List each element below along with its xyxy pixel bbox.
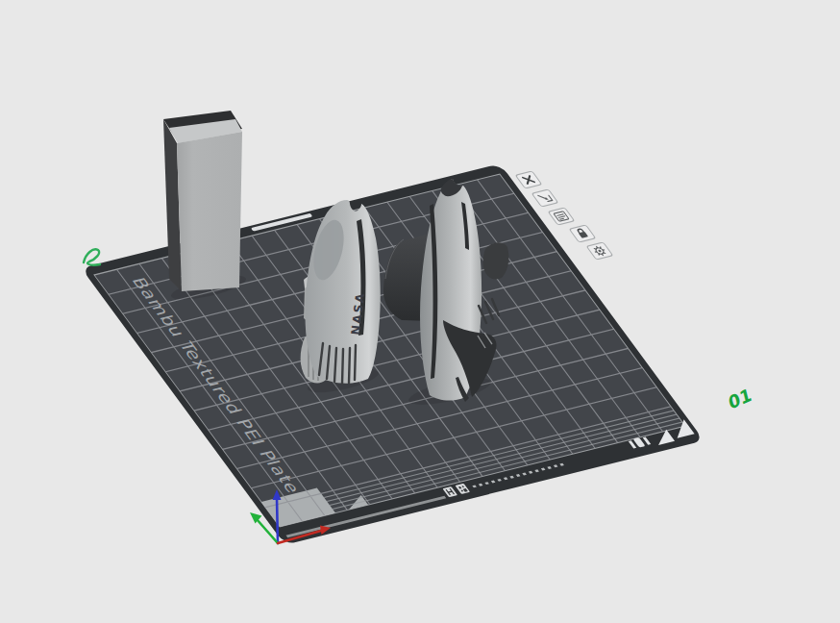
model-rectangular-block[interactable]: [163, 111, 242, 291]
plater-viewport[interactable]: Bambu Textured PEI Plate 01: [0, 0, 840, 623]
block-front-face: [177, 132, 242, 291]
